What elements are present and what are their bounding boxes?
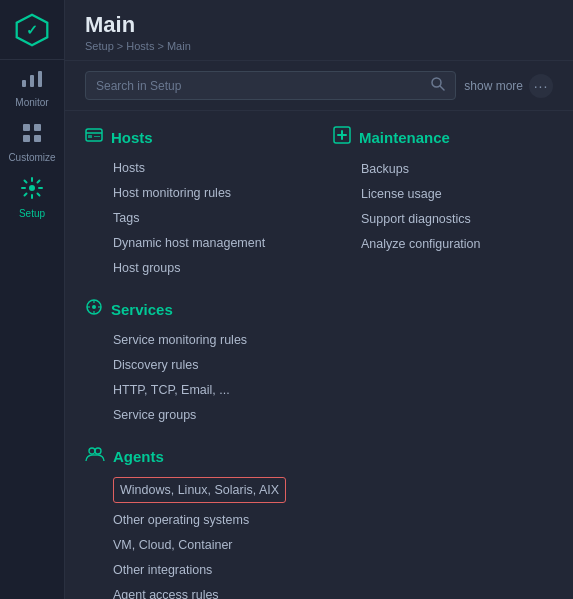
link-other-os[interactable]: Other operating systems [113, 510, 303, 530]
column-left: Hosts Hosts Host monitoring rules Tags D… [85, 126, 303, 584]
logo[interactable]: ✓ [0, 0, 65, 60]
maintenance-section-title: Maintenance [359, 129, 450, 146]
link-windows-linux[interactable]: Windows, Linux, Solaris, AIX [113, 477, 303, 505]
svg-point-17 [92, 305, 96, 309]
svg-rect-12 [86, 129, 102, 141]
section-hosts: Hosts Hosts Host monitoring rules Tags D… [85, 126, 303, 278]
svg-rect-7 [23, 135, 30, 142]
search-icon [431, 77, 445, 94]
setup-label: Setup [19, 208, 45, 219]
svg-point-23 [95, 448, 101, 454]
hosts-icon [85, 126, 103, 148]
hosts-section-header: Hosts [85, 126, 303, 148]
show-more-button[interactable]: show more ··· [464, 74, 553, 98]
link-http-tcp-email[interactable]: HTTP, TCP, Email, ... [113, 380, 303, 400]
link-support-diagnostics[interactable]: Support diagnostics [361, 209, 553, 229]
link-license-usage[interactable]: License usage [361, 184, 553, 204]
link-other-integrations[interactable]: Other integrations [113, 560, 303, 580]
maintenance-section-header: Maintenance [333, 126, 553, 149]
svg-rect-3 [30, 75, 34, 87]
link-backups[interactable]: Backups [361, 159, 553, 179]
svg-rect-5 [23, 124, 30, 131]
agents-links: Windows, Linux, Solaris, AIX Other opera… [85, 477, 303, 599]
hosts-section-title: Hosts [111, 129, 153, 146]
svg-rect-2 [22, 80, 26, 87]
svg-rect-6 [34, 124, 41, 131]
sidebar-item-monitor[interactable]: Monitor [0, 60, 65, 115]
link-analyze-configuration[interactable]: Analyze configuration [361, 234, 553, 254]
link-hosts[interactable]: Hosts [113, 158, 303, 178]
link-discovery-rules[interactable]: Discovery rules [113, 355, 303, 375]
show-more-label: show more [464, 79, 523, 93]
link-host-monitoring-rules[interactable]: Host monitoring rules [113, 183, 303, 203]
svg-rect-14 [88, 135, 92, 138]
link-agent-access-rules[interactable]: Agent access rules [113, 585, 303, 599]
search-wrapper[interactable] [85, 71, 456, 100]
maintenance-icon [333, 126, 351, 149]
search-bar: show more ··· [65, 61, 573, 111]
svg-point-22 [89, 448, 95, 454]
svg-line-11 [440, 86, 444, 90]
section-maintenance: Maintenance Backups License usage Suppor… [333, 126, 553, 254]
link-host-groups[interactable]: Host groups [113, 258, 303, 278]
customize-icon [22, 123, 42, 148]
sidebar-item-setup[interactable]: Setup [0, 170, 65, 225]
monitor-icon [21, 68, 43, 93]
page-title: Main [85, 12, 553, 38]
search-input[interactable] [96, 79, 423, 93]
sidebar-item-customize[interactable]: Customize [0, 115, 65, 170]
monitor-label: Monitor [15, 97, 48, 108]
link-service-monitoring-rules[interactable]: Service monitoring rules [113, 330, 303, 350]
column-right: Maintenance Backups License usage Suppor… [333, 126, 553, 584]
svg-point-9 [29, 185, 35, 191]
link-service-groups[interactable]: Service groups [113, 405, 303, 425]
svg-text:✓: ✓ [26, 22, 38, 38]
highlighted-link-windows: Windows, Linux, Solaris, AIX [113, 477, 286, 503]
agents-section-title: Agents [113, 448, 164, 465]
header: Main Setup > Hosts > Main [65, 0, 573, 61]
hosts-links: Hosts Host monitoring rules Tags Dynamic… [85, 158, 303, 278]
svg-rect-4 [38, 71, 42, 87]
link-dynamic-host-management[interactable]: Dynamic host management [113, 233, 303, 253]
main-content: Main Setup > Hosts > Main show more ··· [65, 0, 573, 599]
breadcrumb: Setup > Hosts > Main [85, 40, 553, 52]
services-links: Service monitoring rules Discovery rules… [85, 330, 303, 425]
content-area: Hosts Hosts Host monitoring rules Tags D… [65, 111, 573, 599]
section-agents: Agents Windows, Linux, Solaris, AIX Othe… [85, 445, 303, 599]
link-tags[interactable]: Tags [113, 208, 303, 228]
sidebar: ✓ Monitor Customize [0, 0, 65, 599]
more-options-icon: ··· [529, 74, 553, 98]
agents-section-header: Agents [85, 445, 303, 467]
section-services: Services Service monitoring rules Discov… [85, 298, 303, 425]
services-section-title: Services [111, 301, 173, 318]
link-vm-cloud[interactable]: VM, Cloud, Container [113, 535, 303, 555]
services-section-header: Services [85, 298, 303, 320]
customize-label: Customize [8, 152, 55, 163]
services-icon [85, 298, 103, 320]
agents-icon [85, 445, 105, 467]
setup-icon [21, 177, 43, 204]
svg-rect-8 [34, 135, 41, 142]
maintenance-links: Backups License usage Support diagnostic… [333, 159, 553, 254]
